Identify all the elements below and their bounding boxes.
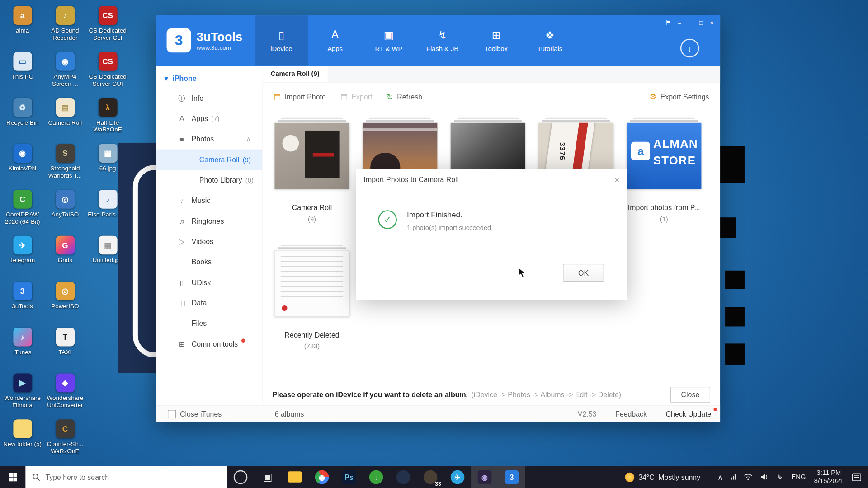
taskbar-icon-photoshop[interactable]: Ps bbox=[335, 466, 363, 488]
sidebar-item-udisk[interactable]: ▯ UDisk bbox=[156, 272, 262, 292]
refresh-button[interactable]: ↻ Refresh bbox=[387, 92, 422, 101]
promo-button[interactable]: ⚑ bbox=[665, 19, 670, 27]
background-window-fragment bbox=[720, 146, 745, 183]
volume-icon[interactable] bbox=[760, 474, 769, 480]
desktop-icon-label: CorelDRAW 2020 (64-Bit) bbox=[1, 211, 43, 225]
nav-tab-apps[interactable]: A Apps bbox=[308, 15, 362, 65]
desktop-icon-anytoiso[interactable]: ◎ AnyToISO bbox=[44, 187, 86, 233]
nav-tab-tutorials[interactable]: ❖ Tutorials bbox=[523, 15, 577, 65]
taskbar-icon-cortana[interactable] bbox=[227, 466, 254, 488]
dialog-close-icon[interactable]: × bbox=[614, 175, 619, 185]
desktop-icon-grid: a alma ▭ This PC ♻ Recycle Bin ◉ KimiaVP… bbox=[1, 3, 129, 462]
maximize-button[interactable]: □ bbox=[699, 19, 703, 27]
sidebar-item-photo-library[interactable]: Photo Library (0) bbox=[156, 170, 262, 190]
nav-tab-toolbox[interactable]: ⊞ Toolbox bbox=[469, 15, 523, 65]
sidebar-item-videos[interactable]: ▷ Videos bbox=[156, 231, 262, 252]
photo-library-count: (0) bbox=[245, 176, 254, 184]
sidebar-item-photos[interactable]: ▣ Photos ∧ bbox=[156, 129, 262, 149]
sidebar-item-apps[interactable]: A Apps (7) bbox=[156, 108, 262, 129]
taskbar-search[interactable]: Type here to search bbox=[25, 466, 227, 488]
desktop-icon-anymp4[interactable]: ◉ AnyMP4 Screen ... bbox=[44, 49, 86, 95]
desktop-icon-image: ▭ bbox=[13, 52, 32, 71]
language-indicator[interactable]: ENG bbox=[792, 473, 806, 481]
clock[interactable]: 3:11 PM 8/15/2021 bbox=[814, 469, 844, 485]
taskbar-icon-3utools[interactable]: 3 bbox=[498, 466, 525, 488]
desktop-icon-cs-server-gui[interactable]: CS CS Dedicated Server GUI bbox=[86, 49, 129, 95]
taskbar-icon-app-dark[interactable] bbox=[390, 466, 417, 488]
taskbar-icon-downloader[interactable]: ↓ bbox=[363, 466, 390, 488]
desktop-icon-grids[interactable]: G Grids bbox=[44, 233, 86, 279]
start-button[interactable] bbox=[0, 466, 25, 488]
download-button[interactable]: ↓ bbox=[680, 39, 699, 58]
ok-button[interactable]: OK bbox=[563, 264, 604, 282]
nav-tab-idevice[interactable]: ▯ iDevice bbox=[255, 15, 308, 65]
sidebar-item-books[interactable]: ▤ Books bbox=[156, 252, 262, 272]
ringtone-icon: ♫ bbox=[177, 217, 187, 225]
desktop-icon-new-folder[interactable]: New folder (5) bbox=[1, 417, 43, 463]
sidebar-item-common-tools[interactable]: ⊞ Common tools bbox=[156, 333, 262, 354]
weather-widget[interactable]: 34°C Mostly sunny bbox=[625, 472, 700, 482]
sidebar-item-camera-roll[interactable]: Camera Roll (9) bbox=[156, 150, 262, 170]
desktop-icon-half-life[interactable]: λ Half-Life WaRzOnE bbox=[86, 95, 129, 141]
desktop-icon-cs-server-cli[interactable]: CS CS Dedicated Server CLI bbox=[86, 3, 129, 49]
taskbar-icon-recorder[interactable]: ◉ bbox=[471, 466, 498, 488]
export-icon: ▤ bbox=[340, 92, 348, 101]
import-photo-button[interactable]: ▤ Import Photo bbox=[274, 92, 326, 101]
check-update-link[interactable]: Check Update bbox=[666, 410, 712, 418]
network-icon[interactable] bbox=[731, 474, 736, 479]
desktop-icon-coreldraw[interactable]: C CorelDRAW 2020 (64-Bit) bbox=[1, 187, 43, 233]
desktop-icon-image: CS bbox=[98, 6, 117, 25]
sidebar-item-info[interactable]: ⓘ Info bbox=[156, 88, 262, 108]
export-button[interactable]: ▤ Export bbox=[340, 92, 373, 101]
desktop-icon-camera-roll[interactable]: ▤ Camera Roll bbox=[44, 95, 86, 141]
desktop-icon-kimiavpn[interactable]: ◉ KimiaVPN bbox=[1, 141, 43, 187]
desktop-icon-taxi[interactable]: T TAXI bbox=[44, 325, 86, 371]
tab-bar: Camera Roll (9) bbox=[262, 65, 720, 82]
album-import-photos[interactable]: a ALMAN STORE Import photos from P... (1… bbox=[620, 118, 708, 223]
desktop-icon-alma[interactable]: a alma bbox=[1, 3, 43, 49]
action-center-icon[interactable] bbox=[852, 473, 861, 481]
hidden-icons-chevron[interactable]: ∧ bbox=[717, 473, 723, 481]
desktop-icon-label: TAXI bbox=[58, 348, 71, 356]
notice-close-button[interactable]: Close bbox=[670, 386, 710, 403]
nav-tab-flash-jb[interactable]: ↯ Flash & JB bbox=[415, 15, 469, 65]
close-button[interactable]: × bbox=[710, 19, 713, 27]
taskbar-icon-telegram[interactable]: ✈ bbox=[444, 466, 471, 488]
taskbar-icon-task-view[interactable]: ▣ bbox=[254, 466, 281, 488]
close-itunes-checkbox[interactable] bbox=[168, 410, 176, 418]
desktop-icon-filmora[interactable]: ▶ Wondershare Filmora bbox=[1, 371, 43, 417]
album-recently-deleted[interactable]: Recently Deleted (783) bbox=[268, 245, 356, 350]
minimize-button[interactable]: – bbox=[689, 19, 692, 27]
desktop-icon-ad-sound-recorder[interactable]: ♪ AD Sound Recorder bbox=[44, 3, 86, 49]
wifi-icon[interactable] bbox=[744, 474, 752, 480]
feedback-link[interactable]: Feedback bbox=[615, 410, 647, 418]
device-header[interactable]: ▾ iPhone bbox=[156, 69, 262, 88]
desktop-icon-stronghold[interactable]: S Stronghold Warlords T... bbox=[44, 141, 86, 187]
nav-tab-rt-wp[interactable]: ▣ RT & WP bbox=[362, 15, 415, 65]
desktop-icon-telegram[interactable]: ✈ Telegram bbox=[1, 233, 43, 279]
sidebar-item-music[interactable]: ♪ Music bbox=[156, 190, 262, 211]
desktop-icon-poweriso[interactable]: ◎ PowerISO bbox=[44, 279, 86, 325]
camera-roll-count: (9) bbox=[243, 156, 251, 164]
export-settings-button[interactable]: ⚙ Export Settings bbox=[650, 92, 709, 101]
taskbar-icon-file-explorer[interactable] bbox=[281, 466, 308, 488]
desktop-icon-uniconverter[interactable]: ◆ Wondershare UniConverter bbox=[44, 371, 86, 417]
taskbar-icon-app-badged[interactable]: 33 bbox=[417, 466, 444, 488]
desktop-icon-recycle-bin[interactable]: ♻ Recycle Bin bbox=[1, 95, 43, 141]
books-icon: ▤ bbox=[177, 258, 187, 266]
taskbar-icon-chrome[interactable]: ◉ bbox=[308, 466, 335, 488]
sidebar-item-ringtones[interactable]: ♫ Ringtones bbox=[156, 211, 262, 231]
collapse-arrow-icon: ▾ bbox=[165, 74, 168, 82]
desktop-icon-3utools[interactable]: 3 3uTools bbox=[1, 279, 43, 325]
sidebar-item-data[interactable]: ◫ Data bbox=[156, 293, 262, 313]
app-title: 3uTools bbox=[197, 30, 242, 44]
menu-button[interactable]: ≡ bbox=[678, 19, 681, 27]
desktop-icon-this-pc[interactable]: ▭ This PC bbox=[1, 49, 43, 95]
sidebar-item-files[interactable]: ▭ Files bbox=[156, 313, 262, 333]
device-name: iPhone bbox=[172, 74, 196, 82]
pen-icon[interactable]: ✎ bbox=[777, 473, 783, 481]
desktop-icon-counter-strike[interactable]: C Counter-Str... WaRzOnE bbox=[44, 417, 86, 463]
album-camera-roll[interactable]: Camera Roll (9) bbox=[268, 118, 356, 223]
tab-camera-roll[interactable]: Camera Roll (9) bbox=[262, 65, 328, 82]
desktop-icon-itunes[interactable]: ♪ iTunes bbox=[1, 325, 43, 371]
